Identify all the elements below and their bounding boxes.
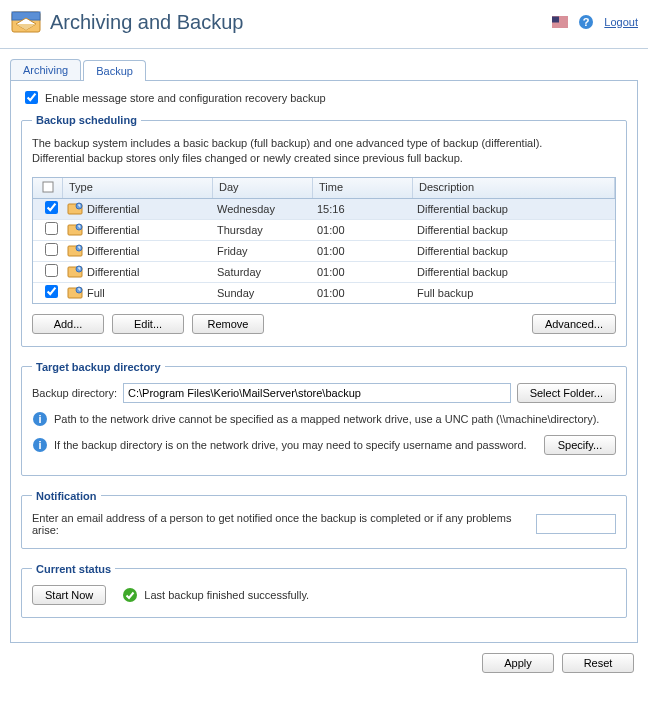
row-checkbox[interactable] <box>45 222 58 235</box>
col-header-day[interactable]: Day <box>213 178 313 198</box>
row-type: Differential <box>63 264 213 280</box>
svg-rect-8 <box>552 17 559 23</box>
svg-rect-7 <box>552 26 568 27</box>
status-text: Last backup finished successfully. <box>144 589 309 601</box>
backup-type-icon <box>67 201 83 217</box>
table-row[interactable]: DifferentialFriday01:00Differential back… <box>33 241 615 262</box>
page-title: Archiving and Backup <box>50 11 552 34</box>
backup-type-icon <box>67 264 83 280</box>
reset-button[interactable]: Reset <box>562 653 634 673</box>
schedule-grid: Type Day Time Description DifferentialWe… <box>32 177 616 304</box>
row-checkbox[interactable] <box>45 285 58 298</box>
grid-body: DifferentialWednesday15:16Differential b… <box>33 199 615 303</box>
row-time: 01:00 <box>313 245 413 257</box>
row-time: 01:00 <box>313 224 413 236</box>
specify-button[interactable]: Specify... <box>544 435 616 455</box>
row-time: 15:16 <box>313 203 413 215</box>
grid-header: Type Day Time Description <box>33 178 615 199</box>
col-header-checkbox[interactable] <box>33 178 63 198</box>
language-flag-icon[interactable] <box>552 14 568 30</box>
tab-backup[interactable]: Backup <box>83 60 146 81</box>
logout-link[interactable]: Logout <box>604 16 638 28</box>
backup-type-icon <box>67 222 83 238</box>
tab-archiving[interactable]: Archiving <box>10 59 81 80</box>
add-button[interactable]: Add... <box>32 314 104 334</box>
schedule-buttons: Add... Edit... Remove Advanced... <box>32 314 616 334</box>
row-time: 01:00 <box>313 287 413 299</box>
page-header: Archiving and Backup ? Logout <box>0 0 648 49</box>
row-day: Saturday <box>213 266 313 278</box>
edit-button[interactable]: Edit... <box>112 314 184 334</box>
info-icon: i <box>32 411 48 427</box>
row-type: Differential <box>63 243 213 259</box>
tab-panel-backup: Enable message store and configuration r… <box>10 81 638 643</box>
notification-fieldset: Notification Enter an email address of a… <box>21 490 627 549</box>
row-day: Sunday <box>213 287 313 299</box>
row-day: Wednesday <box>213 203 313 215</box>
info-unc-text: Path to the network drive cannot be spec… <box>54 413 599 425</box>
svg-text:i: i <box>38 439 41 451</box>
advanced-button[interactable]: Advanced... <box>532 314 616 334</box>
backup-directory-input[interactable] <box>123 383 511 403</box>
checkbox-column-icon <box>42 181 54 193</box>
row-description: Full backup <box>413 287 615 299</box>
svg-text:i: i <box>38 413 41 425</box>
row-type: Differential <box>63 201 213 217</box>
table-row[interactable]: DifferentialWednesday15:16Differential b… <box>33 199 615 220</box>
row-day: Friday <box>213 245 313 257</box>
notification-row: Enter an email address of a person to ge… <box>32 512 616 536</box>
status-row: Start Now Last backup finished successfu… <box>32 585 616 605</box>
row-type: Differential <box>63 222 213 238</box>
notification-legend: Notification <box>32 490 101 502</box>
scheduling-fieldset: Backup scheduling The backup system incl… <box>21 114 627 347</box>
help-icon[interactable]: ? <box>578 14 594 30</box>
svg-text:?: ? <box>583 16 590 28</box>
info-icon: i <box>32 437 48 453</box>
status-legend: Current status <box>32 563 115 575</box>
footer-buttons: Apply Reset <box>0 643 648 683</box>
start-now-button[interactable]: Start Now <box>32 585 106 605</box>
backup-directory-label: Backup directory: <box>32 387 117 399</box>
backup-type-icon <box>67 243 83 259</box>
enable-backup-row: Enable message store and configuration r… <box>25 91 627 104</box>
table-row[interactable]: FullSunday01:00Full backup <box>33 283 615 303</box>
row-description: Differential backup <box>413 245 615 257</box>
scheduling-desc-line2: Differential backup stores only files ch… <box>32 151 616 166</box>
enable-backup-checkbox[interactable] <box>25 91 38 104</box>
table-row[interactable]: DifferentialThursday01:00Differential ba… <box>33 220 615 241</box>
info-specify-text: If the backup directory is on the networ… <box>54 439 538 451</box>
apply-button[interactable]: Apply <box>482 653 554 673</box>
row-checkbox[interactable] <box>45 201 58 214</box>
archive-icon <box>10 6 42 38</box>
remove-button[interactable]: Remove <box>192 314 264 334</box>
table-row[interactable]: DifferentialSaturday01:00Differential ba… <box>33 262 615 283</box>
tab-strip: Archiving Backup <box>10 59 638 81</box>
enable-backup-label: Enable message store and configuration r… <box>45 92 326 104</box>
row-day: Thursday <box>213 224 313 236</box>
scheduling-legend: Backup scheduling <box>32 114 141 126</box>
row-description: Differential backup <box>413 224 615 236</box>
status-fieldset: Current status Start Now Last backup fin… <box>21 563 627 618</box>
svg-rect-6 <box>552 24 568 25</box>
backup-type-icon <box>67 285 83 301</box>
notification-email-input[interactable] <box>536 514 616 534</box>
scheduling-description: The backup system includes a basic backu… <box>32 136 616 167</box>
backup-directory-row: Backup directory: Select Folder... <box>32 383 616 403</box>
select-folder-button[interactable]: Select Folder... <box>517 383 616 403</box>
info-specify-row: i If the backup directory is on the netw… <box>32 435 616 455</box>
info-unc-row: i Path to the network drive cannot be sp… <box>32 411 616 427</box>
target-fieldset: Target backup directory Backup directory… <box>21 361 627 476</box>
target-legend: Target backup directory <box>32 361 165 373</box>
col-header-time[interactable]: Time <box>313 178 413 198</box>
success-icon <box>122 587 138 603</box>
row-time: 01:00 <box>313 266 413 278</box>
svg-point-26 <box>123 588 137 602</box>
row-checkbox[interactable] <box>45 243 58 256</box>
scheduling-desc-line1: The backup system includes a basic backu… <box>32 136 616 151</box>
col-header-type[interactable]: Type <box>63 178 213 198</box>
col-header-description[interactable]: Description <box>413 178 615 198</box>
row-checkbox[interactable] <box>45 264 58 277</box>
row-description: Differential backup <box>413 203 615 215</box>
notification-label: Enter an email address of a person to ge… <box>32 512 528 536</box>
row-description: Differential backup <box>413 266 615 278</box>
